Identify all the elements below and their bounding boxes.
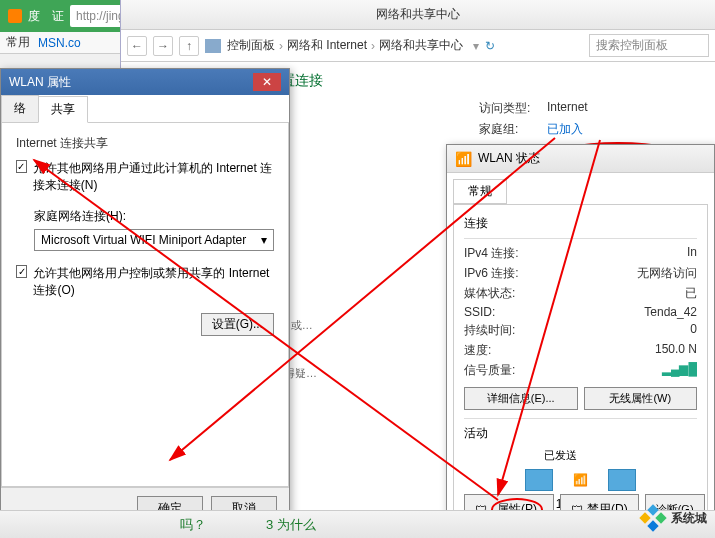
svg-rect-3 <box>647 520 658 531</box>
watermark-text: 系统城 <box>671 510 707 527</box>
home-connection-combo[interactable]: Microsoft Virtual WIFI Miniport Adapter … <box>34 229 274 251</box>
path-icon <box>205 39 221 53</box>
watermark-logo-icon <box>639 504 667 532</box>
allow-control-checkbox[interactable]: ✓ <box>16 265 27 278</box>
home-connection-label: 家庭网络连接(H): <box>34 208 274 225</box>
tab-general[interactable]: 常规 <box>453 179 507 204</box>
svg-rect-2 <box>655 512 666 523</box>
breadcrumb-seg[interactable]: 网络和共享中心 <box>379 37 463 54</box>
signal-quality-label: 信号质量: <box>464 362 515 379</box>
nav-forward-button[interactable]: → <box>153 36 173 56</box>
details-button[interactable]: 详细信息(E)... <box>464 387 578 410</box>
computer-recv-icon <box>608 469 636 491</box>
access-type-value: Internet <box>547 100 588 117</box>
signal-icon: 📶 <box>573 473 588 487</box>
duration-label: 持续时间: <box>464 322 515 339</box>
search-input[interactable]: 搜索控制面板 <box>589 34 709 57</box>
tab-sharing[interactable]: 共享 <box>38 96 88 123</box>
dialog-title: WLAN 属性 <box>9 74 71 91</box>
homegroup-link[interactable]: 已加入 <box>547 121 583 138</box>
question-1[interactable]: 吗？ <box>180 516 206 534</box>
breadcrumb-seg[interactable]: 网络和 Internet <box>287 37 367 54</box>
computer-sent-icon <box>525 469 553 491</box>
sent-label: 已发送 <box>464 448 697 463</box>
ssid-label: SSID: <box>464 305 495 319</box>
status-title: WLAN 状态 <box>478 150 540 167</box>
nav-up-button[interactable]: ↑ <box>179 36 199 56</box>
dialog-titlebar[interactable]: WLAN 属性 ✕ <box>1 69 289 95</box>
refresh-button[interactable]: ↻ <box>485 39 495 53</box>
explorer-nav-bar: ← → ↑ 控制面板› 网络和 Internet› 网络和共享中心 ▾ ↻ 搜索… <box>121 30 715 62</box>
ssid-value: Tenda_42 <box>644 305 697 319</box>
speed-label: 速度: <box>464 342 491 359</box>
speed-value: 150.0 N <box>655 342 697 359</box>
homegroup-label: 家庭组: <box>479 121 539 138</box>
svg-rect-0 <box>647 504 658 515</box>
tab-title-suffix: 度 证 <box>28 8 64 25</box>
tab-strip: 络 共享 <box>1 95 289 123</box>
ipv4-label: IPv4 连接: <box>464 245 519 262</box>
tab-network[interactable]: 络 <box>1 95 39 122</box>
question-2[interactable]: 3 为什么 <box>266 516 316 534</box>
media-value: 已 <box>685 285 697 302</box>
search-placeholder: 搜索控制面板 <box>596 37 668 54</box>
allow-share-label: 允许其他网络用户通过此计算机的 Internet 连接来连接(N) <box>33 160 274 194</box>
bookmarks-label[interactable]: 常用 <box>6 34 30 51</box>
breadcrumb-seg[interactable]: 控制面板 <box>227 37 275 54</box>
breadcrumb[interactable]: 控制面板› 网络和 Internet› 网络和共享中心 <box>227 37 463 54</box>
svg-rect-1 <box>639 512 650 523</box>
ipv6-label: IPv6 连接: <box>464 265 519 282</box>
combo-value: Microsoft Virtual WIFI Miniport Adapter <box>41 233 246 247</box>
access-type-label: 访问类型: <box>479 100 539 117</box>
connection-section-label: 连接 <box>464 215 697 232</box>
ipv6-value: 无网络访问 <box>637 265 697 282</box>
wlan-status-dialog: 📶 WLAN 状态 常规 连接 IPv4 连接:In IPv6 连接:无网络访问… <box>446 144 715 524</box>
wireless-properties-button[interactable]: 无线属性(W) <box>584 387 698 410</box>
group-title: Internet 连接共享 <box>16 135 274 152</box>
allow-share-checkbox[interactable]: ✓ <box>16 160 27 173</box>
status-titlebar[interactable]: 📶 WLAN 状态 <box>447 145 714 173</box>
ipv4-value: In <box>687 245 697 262</box>
close-button[interactable]: ✕ <box>253 73 281 91</box>
window-title: 网络和共享中心 <box>121 0 715 30</box>
signal-bars-icon: ▂▄▆█ <box>662 362 697 379</box>
settings-button[interactable]: 设置(G)... <box>201 313 274 336</box>
wlan-properties-dialog: WLAN 属性 ✕ 络 共享 Internet 连接共享 ✓ 允许其他网络用户通… <box>0 68 290 516</box>
activity-section-label: 活动 <box>464 425 697 442</box>
duration-value: 0 <box>690 322 697 339</box>
msn-link[interactable]: MSN.co <box>38 36 81 50</box>
favicon-icon <box>8 9 22 23</box>
bottom-question-bar: 吗？ 3 为什么 <box>0 510 715 538</box>
media-label: 媒体状态: <box>464 285 515 302</box>
watermark: 系统城 <box>639 504 707 532</box>
chevron-down-icon: ▾ <box>261 233 267 247</box>
nav-back-button[interactable]: ← <box>127 36 147 56</box>
signal-icon: 📶 <box>455 151 472 167</box>
browser-bookmark-bar: 常用 MSN.co <box>0 32 120 54</box>
allow-control-label: 允许其他网络用户控制或禁用共享的 Internet 连接(O) <box>33 265 274 299</box>
